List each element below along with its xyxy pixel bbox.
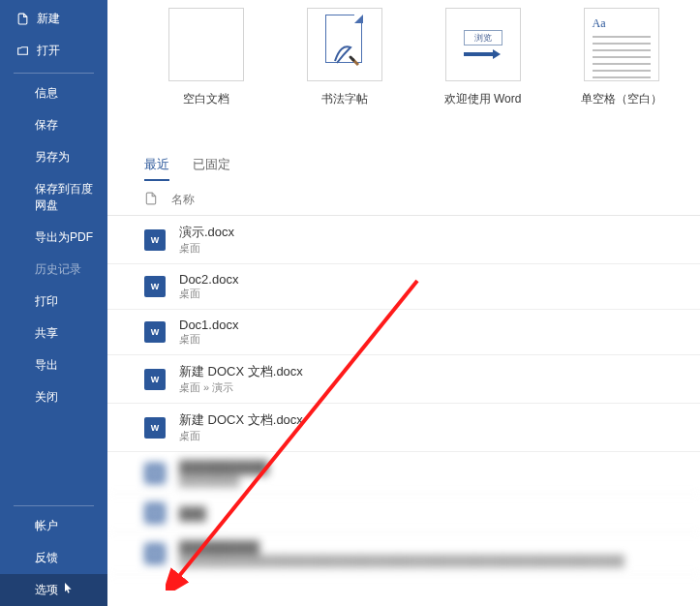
template-label: 单空格（空白） <box>581 91 662 107</box>
sidebar-item-options[interactable]: 选项 <box>0 574 107 606</box>
sidebar-separator <box>14 73 94 74</box>
file-text: 新建 DOCX 文档.docx桌面 <box>179 411 303 443</box>
word-file-icon: W <box>144 321 166 343</box>
file-text: ███ <box>179 506 206 521</box>
file-text: Doc1.docx桌面 <box>179 318 238 347</box>
recent-file-row[interactable]: W██████████████████ <box>107 452 700 495</box>
file-location: 桌面 <box>179 241 234 256</box>
word-file-icon: W <box>144 369 166 390</box>
sidebar-item-account[interactable]: 帐户 <box>0 510 107 542</box>
backstage-sidebar: 新建 打开 信息 保存 另存为 保存到百度网盘 导出为PDF 历史记录 打印 共… <box>0 0 107 606</box>
file-name: ███ <box>179 506 206 521</box>
template-label: 空白文档 <box>183 91 229 107</box>
file-text: 演示.docx桌面 <box>179 224 234 256</box>
sidebar-item-label: 保存 <box>35 117 58 134</box>
word-file-icon: W <box>144 276 166 297</box>
template-label: 欢迎使用 Word <box>444 91 522 107</box>
recent-file-row[interactable]: WDoc2.docx桌面 <box>107 264 700 310</box>
template-gallery: 空白文档 书法字帖 浏览 欢迎使用 Word Aa <box>107 4 700 107</box>
template-thumb: 浏览 <box>445 8 521 81</box>
file-name: 新建 DOCX 文档.docx <box>179 363 303 380</box>
word-file-icon: W <box>144 417 166 439</box>
sidebar-item-label: 历史记录 <box>35 261 81 278</box>
file-list-header: 名称 <box>107 181 700 216</box>
word-file-icon: W <box>144 463 166 484</box>
word-file-icon: W <box>144 502 166 524</box>
template-thumb <box>307 8 382 81</box>
sidebar-item-label: 共享 <box>35 325 58 342</box>
tour-band-label: 浏览 <box>464 30 502 45</box>
sidebar-item-history[interactable]: 历史记录 <box>0 254 107 286</box>
sidebar-item-save-baidu[interactable]: 保存到百度网盘 <box>0 173 107 222</box>
file-name: Doc1.docx <box>179 318 238 332</box>
file-text: Doc2.docx桌面 <box>179 272 238 301</box>
sidebar-item-label: 帐户 <box>35 518 58 534</box>
file-name: Doc2.docx <box>179 272 238 287</box>
file-location: ████████████████████████████████████████… <box>179 555 624 566</box>
word-file-icon: W <box>144 543 166 564</box>
sidebar-item-label: 导出 <box>35 357 58 374</box>
sidebar-separator <box>14 505 94 506</box>
sidebar-item-feedback[interactable]: 反馈 <box>0 542 107 574</box>
sidebar-item-export-pdf[interactable]: 导出为PDF <box>0 222 107 254</box>
sidebar-item-label: 导出为PDF <box>35 229 93 246</box>
sidebar-item-label: 关闭 <box>35 389 58 406</box>
recent-file-row[interactable]: W演示.docx桌面 <box>107 216 700 264</box>
sidebar-item-saveas[interactable]: 另存为 <box>0 141 107 173</box>
sidebar-item-info[interactable]: 信息 <box>0 77 107 109</box>
word-file-icon: W <box>144 229 166 251</box>
backstage-main: 空白文档 书法字帖 浏览 欢迎使用 Word Aa <box>107 0 700 606</box>
file-name: 演示.docx <box>179 224 234 241</box>
template-thumb: Aa <box>584 8 659 81</box>
recent-file-row[interactable]: W███████████████████████████████████████… <box>107 532 700 575</box>
file-text: 新建 DOCX 文档.docx桌面 » 演示 <box>179 363 303 395</box>
sidebar-item-label: 打开 <box>37 43 60 59</box>
recent-file-row[interactable]: WDoc1.docx桌面 <box>107 310 700 355</box>
template-calligraphy[interactable]: 书法字帖 <box>287 8 403 107</box>
sidebar-item-label: 另存为 <box>35 149 70 166</box>
file-text: ████████████████████████████████████████… <box>179 540 624 566</box>
recent-file-row[interactable]: W新建 DOCX 文档.docx桌面 » 演示 <box>107 355 700 404</box>
sidebar-item-label: 新建 <box>37 11 60 27</box>
file-location: 桌面 <box>179 332 238 347</box>
file-location: 桌面 <box>179 429 303 443</box>
tab-pinned[interactable]: 已固定 <box>193 156 230 181</box>
tab-recent[interactable]: 最近 <box>144 156 169 181</box>
cursor-icon <box>64 583 74 597</box>
sidebar-item-label: 信息 <box>35 85 58 102</box>
column-name-label: 名称 <box>171 192 195 208</box>
file-location: 桌面 » 演示 <box>179 380 303 395</box>
recent-file-row[interactable]: W新建 DOCX 文档.docx桌面 <box>107 404 700 452</box>
sidebar-item-save[interactable]: 保存 <box>0 109 107 141</box>
template-welcome-tour[interactable]: 浏览 欢迎使用 Word <box>425 8 541 107</box>
file-location: ████████ <box>179 474 268 486</box>
recent-file-list: W演示.docx桌面WDoc2.docx桌面WDoc1.docx桌面W新建 DO… <box>107 216 700 575</box>
sidebar-item-close[interactable]: 关闭 <box>0 381 107 413</box>
recent-file-row[interactable]: W███ <box>107 495 700 532</box>
sidebar-item-label: 打印 <box>35 293 58 310</box>
sidebar-item-share[interactable]: 共享 <box>0 318 107 349</box>
template-thumb <box>168 8 244 81</box>
sidebar-item-label: 反馈 <box>35 550 58 566</box>
sidebar-item-label: 选项 <box>35 582 58 598</box>
template-single-spaced[interactable]: Aa 单空格（空白） <box>563 8 680 107</box>
sidebar-item-label: 保存到百度网盘 <box>35 181 96 214</box>
sidebar-item-open[interactable]: 打开 <box>0 35 107 67</box>
file-location: 桌面 <box>179 287 238 301</box>
template-label: 书法字帖 <box>321 91 368 107</box>
sidebar-item-new[interactable]: 新建 <box>0 3 107 35</box>
file-icon <box>144 191 158 209</box>
file-name: 新建 DOCX 文档.docx <box>179 411 303 429</box>
template-blank[interactable]: 空白文档 <box>148 8 264 107</box>
file-name: ██████████ <box>179 460 268 474</box>
sidebar-item-export[interactable]: 导出 <box>0 349 107 381</box>
open-icon <box>15 45 29 57</box>
aa-glyph: Aa <box>593 16 651 31</box>
arrow-right-icon <box>464 49 502 59</box>
recent-file-tabs: 最近 已固定 <box>107 107 700 181</box>
file-name: █████████ <box>179 540 624 555</box>
sidebar-item-print[interactable]: 打印 <box>0 286 107 318</box>
file-text: ██████████████████ <box>179 460 268 486</box>
new-icon <box>15 13 29 25</box>
